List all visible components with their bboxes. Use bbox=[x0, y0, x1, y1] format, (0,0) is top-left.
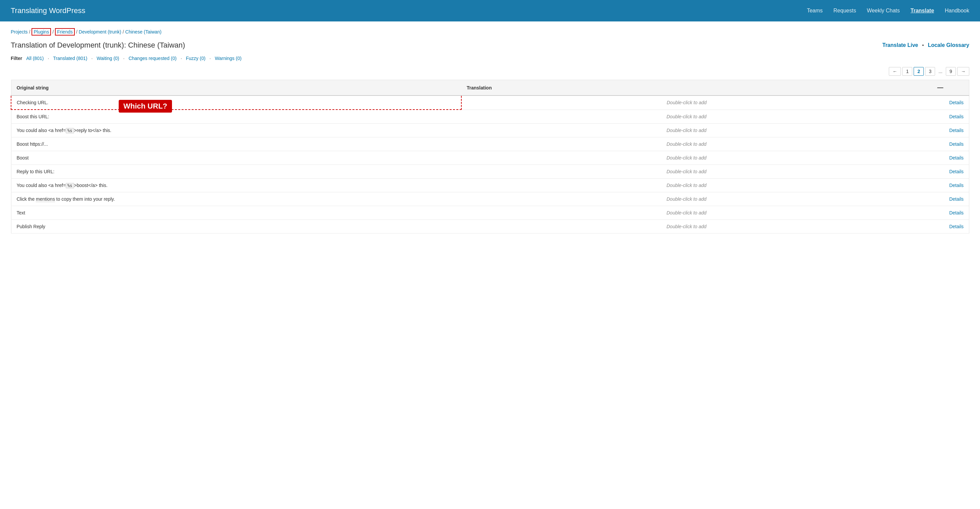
col-header-original: Original string bbox=[11, 80, 461, 96]
row-actions: Details bbox=[912, 109, 969, 124]
original-string[interactable]: Boost https://... bbox=[11, 137, 461, 151]
translate-live-link[interactable]: Translate Live bbox=[883, 42, 918, 48]
breadcrumb-plugins[interactable]: Plugins bbox=[32, 28, 51, 35]
details-link[interactable]: Details bbox=[949, 169, 964, 174]
main-nav: Teams Requests Weekly Chats Translate Ha… bbox=[807, 8, 969, 14]
details-link[interactable]: Details bbox=[949, 197, 964, 202]
breadcrumb-sep-2: / bbox=[52, 29, 54, 35]
translation-value[interactable]: Double-click to add bbox=[461, 151, 912, 165]
breadcrumb-projects[interactable]: Projects bbox=[11, 29, 28, 35]
breadcrumb-sep-3: / bbox=[76, 29, 78, 35]
row-actions: Details bbox=[912, 179, 969, 192]
col-header-translation: Translation bbox=[461, 80, 912, 96]
details-link[interactable]: Details bbox=[949, 114, 964, 119]
row-actions: Details bbox=[912, 220, 969, 233]
original-text: Boost https://... bbox=[17, 141, 48, 147]
details-link[interactable]: Details bbox=[949, 100, 964, 105]
table-wrapper: Original string Translation — Checking U… bbox=[11, 80, 969, 233]
row-actions: Details bbox=[912, 206, 969, 220]
translation-value[interactable]: Double-click to add bbox=[461, 220, 912, 233]
row-actions: Details bbox=[912, 151, 969, 165]
pagination-last[interactable]: 9 bbox=[946, 67, 956, 76]
filter-bar: Filter All (801) · Translated (801) · Wa… bbox=[11, 55, 969, 61]
table-row: Click the mentions to copy them into you… bbox=[11, 192, 969, 206]
translation-value[interactable]: Double-click to add bbox=[461, 206, 912, 220]
page-title: Translation of Development (trunk): Chin… bbox=[11, 41, 185, 49]
breadcrumb-dev-trunk[interactable]: Development (trunk) bbox=[79, 29, 121, 35]
annotation-which-url: Which URL? bbox=[119, 100, 172, 113]
original-string[interactable]: Text bbox=[11, 206, 461, 220]
locale-glossary-link[interactable]: Locale Glossary bbox=[928, 42, 969, 48]
original-string[interactable]: Click the mentions to copy them into you… bbox=[11, 192, 461, 206]
original-text: Reply to this URL: bbox=[17, 169, 55, 174]
pagination-page-1[interactable]: 1 bbox=[902, 67, 912, 76]
pagination-prev[interactable]: ← bbox=[889, 67, 901, 76]
table-row: Text Double-click to add Details bbox=[11, 206, 969, 220]
filter-waiting[interactable]: Waiting (0) bbox=[97, 55, 119, 61]
filter-all[interactable]: All (801) bbox=[26, 55, 44, 61]
main-content: Projects / Plugins / Friends / Developme… bbox=[0, 21, 980, 240]
table-row: Boost https://... Double-click to add De… bbox=[11, 137, 969, 151]
original-string[interactable]: Publish Reply bbox=[11, 220, 461, 233]
col-actions-icon: — bbox=[937, 84, 943, 91]
original-string[interactable]: Boost this URL: bbox=[11, 109, 461, 124]
col-header-actions: — bbox=[912, 80, 969, 96]
filter-sep-1: · bbox=[48, 55, 49, 61]
table-row: Checking URL. Which URL? Double-click to… bbox=[11, 95, 969, 109]
translation-value[interactable]: Double-click to add bbox=[461, 109, 912, 124]
row-actions: Details bbox=[912, 192, 969, 206]
header: Translating WordPress Teams Requests Wee… bbox=[0, 0, 980, 21]
original-string[interactable]: Checking URL. Which URL? bbox=[11, 95, 461, 109]
details-link[interactable]: Details bbox=[949, 210, 964, 216]
translation-value[interactable]: Double-click to add bbox=[461, 95, 912, 109]
filter-warnings[interactable]: Warnings (0) bbox=[215, 55, 242, 61]
table-header-row: Original string Translation — bbox=[11, 80, 969, 96]
filter-changes-requested[interactable]: Changes requested (0) bbox=[129, 55, 177, 61]
original-string[interactable]: Boost bbox=[11, 151, 461, 165]
details-link[interactable]: Details bbox=[949, 141, 964, 147]
breadcrumb-chinese-taiwan[interactable]: Chinese (Taiwan) bbox=[126, 29, 162, 35]
original-text: Boost this URL: bbox=[17, 114, 49, 119]
filter-sep-4: · bbox=[181, 55, 182, 61]
filter-sep-3: · bbox=[123, 55, 125, 61]
breadcrumb-friends[interactable]: Friends bbox=[55, 28, 75, 35]
nav-handbook[interactable]: Handbook bbox=[945, 8, 969, 14]
filter-sep-5: · bbox=[210, 55, 211, 61]
table-row: Boost Double-click to add Details bbox=[11, 151, 969, 165]
original-string[interactable]: You could also <a href=%s>boost</a> this… bbox=[11, 179, 461, 192]
translation-value[interactable]: Double-click to add bbox=[461, 179, 912, 192]
translation-value[interactable]: Double-click to add bbox=[461, 192, 912, 206]
title-actions: Translate Live • Locale Glossary bbox=[883, 42, 969, 48]
pagination-page-2[interactable]: 2 bbox=[914, 67, 924, 76]
pagination-page-3[interactable]: 3 bbox=[925, 67, 935, 76]
original-text: You could also <a href=%s>boost</a> this… bbox=[17, 182, 108, 188]
title-row: Translation of Development (trunk): Chin… bbox=[11, 41, 969, 49]
translation-value[interactable]: Double-click to add bbox=[461, 124, 912, 137]
original-text: Checking URL. bbox=[17, 100, 48, 105]
pagination: ← 1 2 3 ... 9 → bbox=[11, 67, 969, 76]
breadcrumb-sep-4: / bbox=[123, 29, 124, 35]
original-text: Boost bbox=[17, 155, 29, 160]
nav-requests[interactable]: Requests bbox=[834, 8, 856, 14]
filter-translated[interactable]: Translated (801) bbox=[53, 55, 87, 61]
nav-translate[interactable]: Translate bbox=[911, 8, 934, 14]
table-row: Reply to this URL: Double-click to add D… bbox=[11, 165, 969, 179]
original-text: Publish Reply bbox=[17, 224, 46, 229]
nav-teams[interactable]: Teams bbox=[807, 8, 823, 14]
translation-value[interactable]: Double-click to add bbox=[461, 165, 912, 179]
filter-sep-2: · bbox=[91, 55, 92, 61]
row-actions: Details bbox=[912, 124, 969, 137]
table-row: You could also <a href=%s>boost</a> this… bbox=[11, 179, 969, 192]
pagination-next[interactable]: → bbox=[957, 67, 969, 76]
details-link[interactable]: Details bbox=[949, 182, 964, 188]
original-string[interactable]: Reply to this URL: bbox=[11, 165, 461, 179]
details-link[interactable]: Details bbox=[949, 224, 964, 229]
details-link[interactable]: Details bbox=[949, 128, 964, 133]
title-sep: • bbox=[922, 43, 924, 48]
table-row: You could also <a href=%s>reply to</a> t… bbox=[11, 124, 969, 137]
original-string[interactable]: You could also <a href=%s>reply to</a> t… bbox=[11, 124, 461, 137]
details-link[interactable]: Details bbox=[949, 155, 964, 160]
translation-value[interactable]: Double-click to add bbox=[461, 137, 912, 151]
filter-fuzzy[interactable]: Fuzzy (0) bbox=[186, 55, 205, 61]
nav-weekly-chats[interactable]: Weekly Chats bbox=[867, 8, 899, 14]
